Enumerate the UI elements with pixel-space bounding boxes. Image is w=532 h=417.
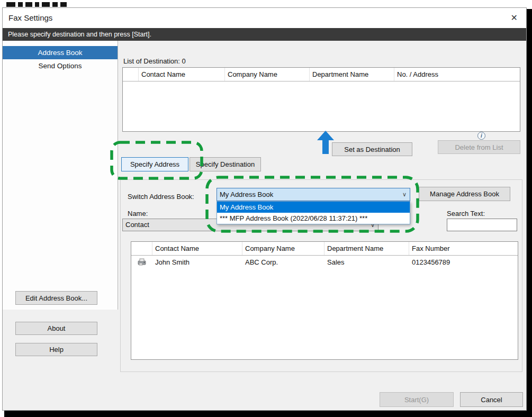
contacts-table-header: Contact Name Company Name Department Nam… <box>131 242 518 256</box>
edit-address-book-button[interactable]: Edit Address Book... <box>15 291 97 305</box>
company-name-cell: ABC Corp. <box>242 258 324 266</box>
column-no-address[interactable]: No. / Address <box>394 68 520 81</box>
start-button[interactable]: Start(G) <box>380 392 454 407</box>
column-contact-name[interactable]: Contact Name <box>139 68 225 81</box>
name-label: Name: <box>128 209 148 219</box>
destination-table-header: Contact Name Company Name Department Nam… <box>123 68 520 81</box>
title-bar: Fax Settings ✕ <box>3 8 526 28</box>
delete-from-list-button[interactable]: Delete from List <box>438 140 520 154</box>
screen: Fax Settings ✕ Please specify destinatio… <box>0 0 532 417</box>
search-text-label: Search Text: <box>447 209 485 219</box>
column-icon <box>123 68 139 81</box>
column-company-name[interactable]: Company Name <box>225 68 310 81</box>
help-button[interactable]: Help <box>15 343 97 356</box>
destination-count-label: List of Destination: 0 <box>123 57 186 66</box>
background-window-text-fragment <box>6 1 67 7</box>
about-button[interactable]: About <box>15 322 97 335</box>
address-book-dropdown-list: My Address Book *** MFP Address Book (20… <box>217 201 410 224</box>
column-department-name[interactable]: Department Name <box>324 242 409 255</box>
contact-name-cell: John Smith <box>152 258 242 266</box>
department-name-cell: Sales <box>324 258 409 266</box>
cancel-button[interactable]: Cancel <box>460 392 523 407</box>
column-department-name[interactable]: Department Name <box>310 68 394 81</box>
column-company-name[interactable]: Company Name <box>242 242 324 255</box>
switch-address-book-label: Switch Address Book: <box>128 192 194 202</box>
window-title: Fax Settings <box>8 8 52 28</box>
column-fax-number[interactable]: Fax Number <box>409 242 518 255</box>
sidebar-item-address-book[interactable]: Address Book <box>3 46 118 59</box>
set-as-destination-button[interactable]: Set as Destination <box>332 142 412 156</box>
column-icon <box>131 242 152 255</box>
contacts-table[interactable]: Contact Name Company Name Department Nam… <box>131 241 518 360</box>
specify-destination-button[interactable]: Specify Destination <box>190 157 261 171</box>
fax-settings-dialog: Fax Settings ✕ Please specify destinatio… <box>2 7 527 411</box>
background-window-edge <box>4 411 532 417</box>
background-window-edge <box>527 9 532 417</box>
chevron-down-icon: ∨ <box>402 188 407 201</box>
status-banner: Please specify destination and then pres… <box>3 28 526 41</box>
destination-list-table[interactable]: Contact Name Company Name Department Nam… <box>122 67 520 132</box>
sidebar: Address Book Send Options Edit Address B… <box>3 41 118 310</box>
search-text-input[interactable] <box>447 219 517 231</box>
column-contact-name[interactable]: Contact Name <box>152 242 242 255</box>
specify-address-button[interactable]: Specify Address <box>121 157 188 171</box>
close-icon[interactable]: ✕ <box>511 13 518 23</box>
contact-row[interactable]: John Smith ABC Corp. Sales 0123456789 <box>131 256 518 268</box>
info-icon[interactable]: i <box>477 132 485 140</box>
dropdown-option-mfp-address-book[interactable]: *** MFP Address Book (2022/06/28 11:37:2… <box>217 213 410 224</box>
sidebar-item-send-options[interactable]: Send Options <box>3 59 118 72</box>
dropdown-option-my-address-book[interactable]: My Address Book <box>217 202 410 213</box>
address-book-combobox-value: My Address Book <box>220 188 399 201</box>
manage-address-book-button[interactable]: Manage Address Book <box>419 187 510 201</box>
fax-icon <box>131 258 152 266</box>
address-book-combobox[interactable]: My Address Book ∨ <box>217 188 410 201</box>
fax-number-cell: 0123456789 <box>409 258 518 266</box>
